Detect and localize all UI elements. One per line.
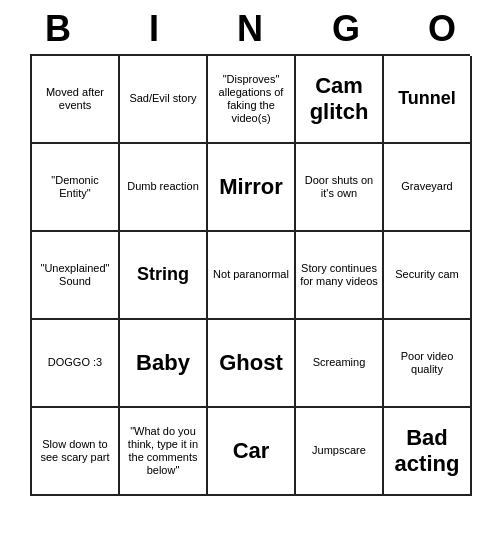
bingo-cell-5: "Demonic Entity" (32, 144, 120, 232)
letter-n: N (206, 8, 294, 50)
bingo-cell-0: Moved after events (32, 56, 120, 144)
bingo-cell-20: Slow down to see scary part (32, 408, 120, 496)
bingo-cell-6: Dumb reaction (120, 144, 208, 232)
bingo-cell-24: Bad acting (384, 408, 472, 496)
bingo-cell-17: Ghost (208, 320, 296, 408)
bingo-cell-23: Jumpscare (296, 408, 384, 496)
bingo-cell-11: String (120, 232, 208, 320)
letter-g: G (302, 8, 390, 50)
bingo-grid: Moved after eventsSad/Evil story"Disprov… (30, 54, 470, 496)
bingo-cell-9: Graveyard (384, 144, 472, 232)
bingo-cell-13: Story continues for many videos (296, 232, 384, 320)
bingo-cell-18: Screaming (296, 320, 384, 408)
letter-i: I (110, 8, 198, 50)
bingo-cell-8: Door shuts on it's own (296, 144, 384, 232)
bingo-cell-14: Security cam (384, 232, 472, 320)
bingo-cell-22: Car (208, 408, 296, 496)
bingo-cell-4: Tunnel (384, 56, 472, 144)
bingo-cell-2: "Disproves" allegations of faking the vi… (208, 56, 296, 144)
bingo-cell-10: "Unexplained" Sound (32, 232, 120, 320)
bingo-cell-16: Baby (120, 320, 208, 408)
bingo-cell-3: Cam glitch (296, 56, 384, 144)
letter-o: O (398, 8, 486, 50)
bingo-header: B I N G O (10, 0, 490, 54)
bingo-cell-7: Mirror (208, 144, 296, 232)
bingo-cell-21: "What do you think, type it in the comme… (120, 408, 208, 496)
bingo-cell-15: DOGGO :3 (32, 320, 120, 408)
bingo-cell-12: Not paranormal (208, 232, 296, 320)
letter-b: B (14, 8, 102, 50)
bingo-cell-19: Poor video quality (384, 320, 472, 408)
bingo-cell-1: Sad/Evil story (120, 56, 208, 144)
